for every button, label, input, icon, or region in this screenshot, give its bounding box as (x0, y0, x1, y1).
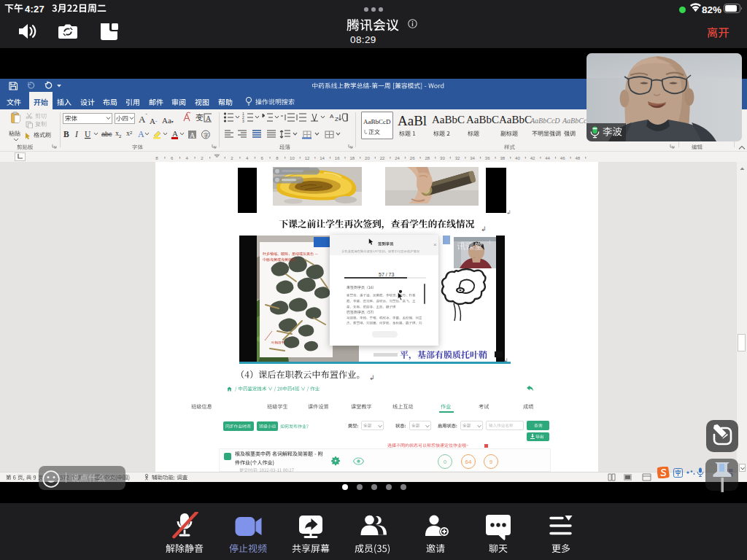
svg-text:32: 32 (455, 156, 460, 160)
svg-text:变: 变 (196, 113, 204, 122)
svg-text:46: 46 (560, 156, 565, 160)
svg-text:48: 48 (575, 156, 580, 160)
svg-text:Z: Z (335, 116, 338, 122)
svg-text:A: A (330, 113, 334, 120)
svg-text:A: A (190, 131, 196, 139)
svg-text:12: 12 (305, 156, 310, 160)
svg-text:38: 38 (500, 156, 505, 160)
svg-text:U: U (85, 130, 91, 139)
svg-text:2: 2 (130, 131, 133, 135)
svg-text:36: 36 (485, 156, 490, 160)
svg-text:8: 8 (155, 156, 158, 160)
svg-text:I: I (74, 130, 79, 139)
svg-text:18: 18 (349, 156, 355, 160)
svg-text:字: 字 (204, 133, 209, 138)
svg-text:abc: abc (101, 131, 112, 138)
svg-text:26: 26 (410, 156, 415, 160)
svg-text:B: B (63, 130, 69, 139)
svg-text:40: 40 (515, 156, 520, 160)
svg-text:A: A (172, 129, 178, 138)
svg-text:42: 42 (530, 156, 535, 160)
svg-text:4: 4 (186, 156, 189, 160)
svg-text:2: 2 (231, 156, 233, 160)
svg-text:10: 10 (290, 156, 295, 160)
svg-text:44: 44 (545, 156, 550, 160)
svg-text:3: 3 (242, 119, 244, 123)
svg-text:4: 4 (246, 156, 249, 160)
svg-text:22: 22 (380, 156, 385, 160)
svg-text:16: 16 (335, 156, 340, 160)
svg-text:2: 2 (119, 134, 122, 139)
svg-text:A: A (138, 129, 144, 139)
svg-text:2: 2 (201, 156, 204, 160)
svg-text:24: 24 (395, 156, 400, 160)
svg-text:34: 34 (470, 156, 475, 160)
svg-text:6: 6 (261, 156, 264, 160)
svg-text:8: 8 (276, 156, 279, 160)
svg-text:28: 28 (425, 156, 430, 160)
svg-text:A: A (206, 114, 212, 122)
svg-text:30: 30 (440, 156, 445, 160)
svg-text:14: 14 (320, 156, 325, 160)
svg-text:20: 20 (365, 156, 370, 160)
svg-text:6: 6 (171, 156, 174, 160)
